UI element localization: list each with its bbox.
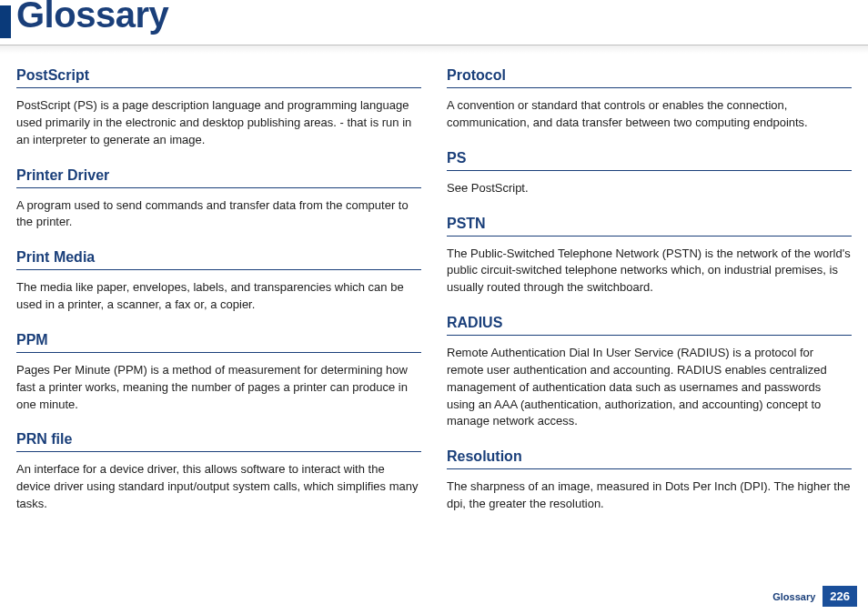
- glossary-definition: A convention or standard that controls o…: [447, 97, 852, 132]
- glossary-entry: RADIUS Remote Authentication Dial In Use…: [447, 315, 852, 430]
- glossary-definition: The Public-Switched Telephone Network (P…: [447, 246, 852, 297]
- glossary-term: RADIUS: [447, 315, 852, 336]
- right-column: Protocol A convention or standard that c…: [447, 67, 852, 531]
- glossary-term: PRN file: [16, 431, 421, 452]
- header-shadow: [0, 45, 868, 54]
- glossary-entry: PSTN The Public-Switched Telephone Netwo…: [447, 216, 852, 297]
- glossary-definition: An interface for a device driver, this a…: [16, 461, 421, 513]
- glossary-entry: Protocol A convention or standard that c…: [447, 67, 852, 132]
- glossary-definition: Remote Authentication Dial In User Servi…: [447, 345, 852, 430]
- glossary-definition: A program used to send commands and tran…: [16, 197, 421, 232]
- glossary-term: PPM: [16, 332, 421, 353]
- glossary-term: Protocol: [447, 67, 852, 88]
- glossary-entry: PS See PostScript.: [447, 150, 852, 197]
- page-header: Glossary: [0, 0, 868, 45]
- glossary-entry: PRN file An interface for a device drive…: [16, 431, 421, 513]
- glossary-entry: PostScript PostScript (PS) is a page des…: [16, 67, 421, 149]
- glossary-entry: Print Media The media like paper, envelo…: [16, 249, 421, 314]
- glossary-definition: See PostScript.: [447, 180, 852, 197]
- content-area: PostScript PostScript (PS) is a page des…: [0, 45, 868, 531]
- glossary-definition: Pages Per Minute (PPM) is a method of me…: [16, 362, 421, 414]
- glossary-term: Printer Driver: [16, 167, 421, 188]
- glossary-term: PS: [447, 150, 852, 171]
- left-column: PostScript PostScript (PS) is a page des…: [16, 67, 421, 531]
- glossary-entry: PPM Pages Per Minute (PPM) is a method o…: [16, 332, 421, 414]
- glossary-term: PostScript: [16, 67, 421, 88]
- header-accent-bar: [0, 5, 11, 38]
- glossary-entry: Printer Driver A program used to send co…: [16, 167, 421, 232]
- footer-section-label: Glossary: [772, 591, 815, 602]
- glossary-definition: The sharpness of an image, measured in D…: [447, 478, 852, 513]
- page-number: 226: [823, 586, 857, 607]
- page-title: Glossary: [16, 0, 168, 35]
- glossary-definition: PostScript (PS) is a page description la…: [16, 97, 421, 149]
- glossary-term: Print Media: [16, 249, 421, 270]
- glossary-entry: Resolution The sharpness of an image, me…: [447, 448, 852, 513]
- glossary-definition: The media like paper, envelopes, labels,…: [16, 279, 421, 314]
- glossary-term: PSTN: [447, 216, 852, 237]
- glossary-term: Resolution: [447, 448, 852, 469]
- page-footer: Glossary 226: [772, 586, 857, 607]
